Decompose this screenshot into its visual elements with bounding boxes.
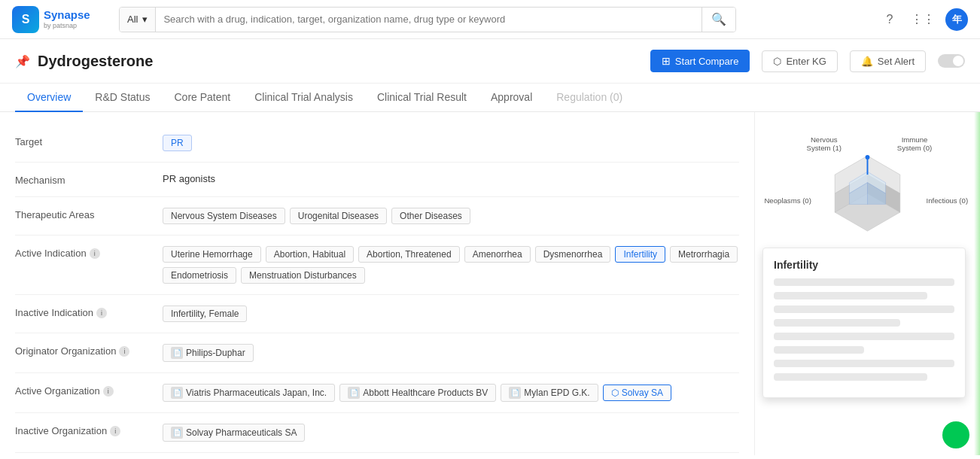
inactive-org-row: Inactive Organization i 📄 Solvay Pharmac… (15, 413, 739, 453)
active-indication-label: Active Indication i (15, 246, 151, 259)
tab-core-patent[interactable]: Core Patent (163, 84, 243, 112)
tag-menstruation-disturbances[interactable]: Menstruation Disturbances (241, 267, 365, 284)
tab-rd-status[interactable]: R&D Status (83, 84, 162, 112)
svg-text:System (0): System (0) (897, 144, 932, 152)
org-icon-solvay-pharma: 📄 (171, 427, 183, 439)
tag-philips-duphar[interactable]: 📄 Philips-Duphar (163, 344, 254, 362)
tag-other-diseases[interactable]: Other Diseases (391, 208, 470, 224)
kg-icon: ⬡ (773, 56, 781, 67)
toggle-knob (953, 56, 963, 66)
tooltip-popup: Infertility (762, 248, 966, 398)
tab-regulation: Regulation (0) (544, 84, 635, 112)
tag-infertility[interactable]: Infertility (615, 246, 665, 263)
tab-overview[interactable]: Overview (15, 84, 83, 112)
tag-uterine-hemorrhage[interactable]: Uterine Hemorrhage (163, 246, 261, 263)
tab-approval[interactable]: Approval (479, 84, 544, 112)
user-avatar[interactable]: 年 (945, 8, 968, 31)
enter-kg-button[interactable]: ⬡ Enter KG (762, 50, 837, 72)
mechanism-row: Mechanism PR agonists (15, 163, 739, 197)
right-panel-edge (974, 112, 980, 455)
search-filter-dropdown[interactable]: All ▾ (120, 8, 156, 32)
tab-clinical-trial-analysis[interactable]: Clinical Trial Analysis (242, 84, 365, 112)
inactive-indication-value: Infertility, Female (163, 305, 739, 322)
inactive-indication-row: Inactive Indication i Infertility, Femal… (15, 295, 739, 333)
nav-icons: ? ⋮⋮ 年 (879, 8, 968, 31)
grid-icon[interactable]: ⋮⋮ (912, 9, 933, 30)
logo-text: Synapse by patsnap (44, 9, 90, 29)
action-buttons: ⊞ Start Compare ⬡ Enter KG 🔔 Set Alert (650, 50, 965, 72)
originator-org-hint[interactable]: i (119, 346, 129, 357)
tag-nervous-system-diseases[interactable]: Nervous System Diseases (163, 208, 285, 224)
tag-solvay-pharma[interactable]: 📄 Solvay Pharmaceuticals SA (163, 424, 305, 442)
chevron-down-icon: ▾ (142, 14, 148, 25)
alert-icon: 🔔 (861, 56, 873, 67)
tag-viatris[interactable]: 📄 Viatris Pharmaceuticals Japan, Inc. (163, 384, 335, 402)
top-navigation: S Synapse by patsnap All ▾ 🔍 ? ⋮⋮ 年 (0, 0, 980, 39)
inactive-org-label: Inactive Organization i (15, 424, 151, 436)
radar-indicator-dot (866, 155, 870, 160)
active-indication-hint[interactable]: i (90, 248, 100, 259)
target-label: Target (15, 135, 151, 147)
app-name: Synapse (44, 9, 90, 22)
tag-infertility-female[interactable]: Infertility, Female (163, 305, 247, 322)
set-alert-button[interactable]: 🔔 Set Alert (850, 50, 926, 72)
active-org-label: Active Organization i (15, 384, 151, 397)
radar-label-neoplasms: Neoplasms (0) (764, 196, 811, 204)
inactive-indication-label: Inactive Indication i (15, 305, 151, 318)
main-tabs: Overview R&D Status Core Patent Clinical… (0, 84, 980, 112)
pin-icon: 📌 (15, 54, 30, 68)
svg-text:System (1): System (1) (807, 144, 842, 152)
drug-title: Dydrogesterone (38, 53, 643, 70)
tooltip-title: Infertility (774, 259, 954, 271)
skeleton-line-5 (774, 333, 954, 340)
radar-label-infectious: Infectious (0) (927, 196, 969, 204)
active-indication-row: Active Indication i Uterine Hemorrhage A… (15, 236, 739, 295)
active-org-hint[interactable]: i (103, 386, 114, 397)
compare-icon: ⊞ (662, 55, 671, 67)
org-icon-philips: 📄 (171, 347, 183, 359)
tag-endometriosis[interactable]: Endometriosis (163, 267, 236, 284)
mechanism-label: Mechanism (15, 173, 151, 186)
search-area: All ▾ 🔍 (119, 7, 736, 32)
inactive-org-value: 📄 Solvay Pharmaceuticals SA (163, 424, 739, 442)
app-subname: by patsnap (44, 22, 90, 29)
help-icon[interactable]: ? (879, 9, 900, 30)
alert-toggle[interactable] (938, 54, 965, 68)
tag-amenorrhea[interactable]: Amenorrhea (464, 246, 531, 263)
logo-area[interactable]: S Synapse by patsnap (12, 6, 110, 33)
search-button[interactable]: 🔍 (702, 8, 735, 32)
left-panel: Target PR Mechanism PR agonists Therapeu… (0, 112, 754, 455)
skeleton-line-1 (774, 278, 954, 286)
org-icon-abbott: 📄 (348, 387, 360, 399)
tag-metrorrhagia[interactable]: Metrorrhagia (670, 246, 738, 263)
inactive-org-hint[interactable]: i (110, 426, 120, 436)
tab-clinical-trial-result[interactable]: Clinical Trial Result (365, 84, 479, 112)
tag-mylan[interactable]: 📄 Mylan EPD G.K. (501, 384, 598, 402)
therapeutic-areas-value: Nervous System Diseases Urogenital Disea… (163, 208, 739, 224)
radar-label-immune: Immune (902, 135, 928, 143)
target-pr-tag[interactable]: PR (163, 135, 192, 151)
target-row: Target PR (15, 124, 739, 163)
tag-abortion-threatened[interactable]: Abortion, Threatened (358, 246, 460, 263)
right-panel: Nervous System (1) Immune System (0) Neo… (754, 112, 980, 455)
therapeutic-areas-row: Therapeutic Areas Nervous System Disease… (15, 197, 739, 236)
active-org-value: 📄 Viatris Pharmaceuticals Japan, Inc. 📄 … (163, 384, 739, 402)
skeleton-line-2 (774, 292, 927, 299)
skeleton-line-4 (774, 319, 900, 327)
main-content: Target PR Mechanism PR agonists Therapeu… (0, 112, 980, 455)
floating-action-dot[interactable] (942, 421, 969, 448)
skeleton-line-3 (774, 305, 954, 313)
search-input[interactable] (156, 8, 702, 32)
target-value: PR (163, 135, 739, 151)
tag-abortion-habitual[interactable]: Abortion, Habitual (266, 246, 354, 263)
radar-chart-svg: Nervous System (1) Immune System (0) Neo… (762, 122, 972, 269)
inactive-indication-hint[interactable]: i (96, 308, 107, 318)
originator-org-label: Originator Organization i (15, 344, 151, 357)
tag-urogenital-diseases[interactable]: Urogenital Diseases (290, 208, 387, 224)
tag-solvay-sa[interactable]: ⬡ Solvay SA (603, 385, 671, 401)
tag-dysmenorrhea[interactable]: Dysmenorrhea (535, 246, 611, 263)
active-indication-value: Uterine Hemorrhage Abortion, Habitual Ab… (163, 246, 739, 284)
originator-org-row: Originator Organization i 📄 Philips-Duph… (15, 333, 739, 373)
start-compare-button[interactable]: ⊞ Start Compare (650, 50, 750, 72)
tag-abbott[interactable]: 📄 Abbott Healthcare Products BV (339, 384, 496, 402)
